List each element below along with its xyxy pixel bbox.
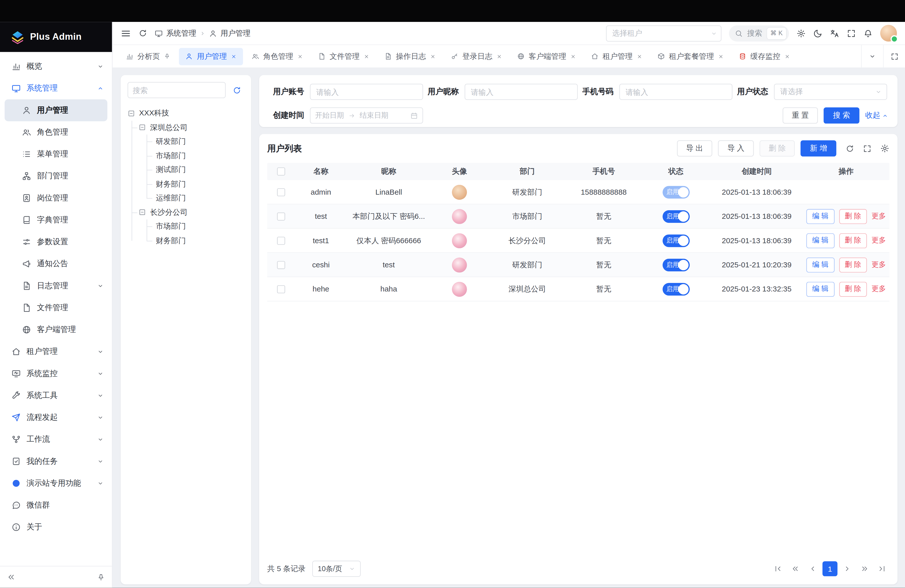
sidebar-item-role-mgmt[interactable]: 角色管理 [0,121,112,143]
tree-node-company[interactable]: 深圳总公司 [138,121,244,135]
status-toggle[interactable]: 启用 [662,210,689,223]
tree-refresh-button[interactable] [229,83,244,98]
sidebar-item-overview[interactable]: 概览 [0,55,112,77]
tree-leaf-dept[interactable]: 财务部门 [154,177,244,191]
table-fullscreen-icon[interactable] [863,144,871,153]
account-input[interactable] [310,84,423,100]
fullscreen-icon[interactable] [847,29,856,38]
tree-leaf-dept[interactable]: 财务部门 [154,234,244,248]
collapse-sidebar-icon[interactable] [7,573,16,582]
tab-file-mgmt[interactable]: 文件管理 [312,48,376,65]
status-toggle[interactable]: 启用 [662,186,689,199]
status-toggle[interactable]: 启用 [662,234,689,247]
sidebar-item-tenant-mgmt[interactable]: 租户管理 [0,341,112,363]
next-5-pages-button[interactable] [857,561,872,577]
more-button[interactable]: 更多 [872,211,886,221]
global-search[interactable]: 搜索 ⌘ K [729,25,789,41]
edit-button[interactable]: 编 辑 [806,281,834,297]
moon-icon[interactable] [813,29,822,38]
edit-button[interactable]: 编 辑 [806,233,834,248]
sidebar-item-monitoring[interactable]: 系统监控 [0,363,112,385]
close-icon[interactable] [496,53,502,59]
tree-node-company[interactable]: 长沙分公司 [138,205,244,219]
tenant-select-input[interactable] [606,25,721,41]
tree-node-root[interactable]: XXX科技 [127,106,244,120]
tab-user-mgmt[interactable]: 用户管理 [179,48,243,65]
tab-role-mgmt[interactable]: 角色管理 [245,48,310,65]
sidebar-item-client-mgmt[interactable]: 客户端管理 [0,319,112,340]
content-fullscreen-button[interactable] [883,45,905,68]
tree-leaf-dept[interactable]: 研发部门 [154,135,244,149]
sidebar-item-dept-mgmt[interactable]: 部门管理 [0,165,112,187]
sidebar-item-process-start[interactable]: 流程发起 [0,407,112,428]
sidebar-item-menu-mgmt[interactable]: 菜单管理 [0,143,112,165]
tab-client-mgmt[interactable]: 客户端管理 [511,48,583,65]
status-toggle[interactable]: 启用 [662,258,689,271]
tab-list-dropdown-button[interactable] [861,45,883,68]
phone-input[interactable] [619,84,732,100]
tree-search-input[interactable] [127,82,225,98]
close-icon[interactable] [297,53,303,59]
collapse-node-icon[interactable] [138,208,146,216]
tree-leaf-dept[interactable]: 测试部门 [154,163,244,177]
row-checkbox[interactable] [277,261,285,269]
language-icon[interactable] [830,29,839,38]
bell-icon[interactable] [864,29,873,38]
edit-button[interactable]: 编 辑 [806,257,834,272]
row-checkbox[interactable] [277,285,285,293]
date-range-picker[interactable]: 开始日期 结束日期 [310,107,423,124]
close-icon[interactable] [570,53,576,59]
edit-button[interactable]: 编 辑 [806,209,834,224]
close-icon[interactable] [637,53,642,59]
sidebar-item-log-mgmt[interactable]: 日志管理 [0,275,112,297]
export-button[interactable]: 导 出 [677,140,712,156]
close-icon[interactable] [364,53,369,59]
sidebar-item-demo-features[interactable]: 演示站专用功能 [0,472,112,494]
hamburger-menu-icon[interactable] [121,28,131,38]
more-button[interactable]: 更多 [872,284,886,294]
sidebar-item-post-mgmt[interactable]: 岗位管理 [0,187,112,209]
breadcrumb-user-mgmt[interactable]: 用户管理 [221,28,250,38]
page-size-select[interactable]: 10条/页 [313,561,361,577]
breadcrumb-system[interactable]: 系统管理 [166,28,196,38]
user-avatar[interactable] [880,25,897,42]
status-toggle[interactable]: 启用 [662,283,689,296]
row-checkbox[interactable] [277,188,285,196]
tree-leaf-dept[interactable]: 市场部门 [154,219,244,234]
prev-page-button[interactable] [805,561,820,577]
sidebar-item-wechat-group[interactable]: 微信群 [0,494,112,516]
tree-leaf-dept[interactable]: 运维部门 [154,191,244,205]
nickname-input[interactable] [465,84,578,100]
collapse-filters-button[interactable]: 收起 [865,110,888,121]
sidebar-item-file-mgmt[interactable]: 文件管理 [0,297,112,319]
tab-analysis[interactable]: 分析页 [119,48,176,65]
add-button[interactable]: 新 增 [801,140,836,156]
sidebar-item-workflow[interactable]: 工作流 [0,429,112,450]
current-page[interactable]: 1 [822,561,838,577]
row-checkbox[interactable] [277,237,285,245]
delete-row-button[interactable]: 删 除 [839,209,867,224]
sidebar-item-about[interactable]: 关于 [0,516,112,538]
column-settings-gear-icon[interactable] [880,144,889,153]
close-icon[interactable] [784,53,790,59]
tree-leaf-dept[interactable]: 市场部门 [154,149,244,163]
sidebar-item-notice[interactable]: 通知公告 [0,253,112,275]
more-button[interactable]: 更多 [872,236,886,245]
sidebar-item-param-settings[interactable]: 参数设置 [0,231,112,253]
delete-button[interactable]: 删 除 [759,140,795,156]
first-page-button[interactable] [770,561,786,577]
prev-5-pages-button[interactable] [788,561,803,577]
sidebar-item-user-mgmt[interactable]: 用户管理 [5,99,107,121]
search-button[interactable]: 搜 索 [824,107,859,124]
close-icon[interactable] [718,53,724,59]
last-page-button[interactable] [874,561,889,577]
tenant-select[interactable] [606,25,721,41]
reset-button[interactable]: 重 置 [783,107,818,124]
sidebar-item-dict-mgmt[interactable]: 字典管理 [0,209,112,231]
tab-login-log[interactable]: 登录日志 [445,48,508,65]
sidebar-item-tools[interactable]: 系统工具 [0,385,112,407]
tab-op-log[interactable]: 操作日志 [378,48,442,65]
sidebar-item-my-tasks[interactable]: 我的任务 [0,450,112,472]
pin-sidebar-icon[interactable] [97,573,105,581]
refresh-page-icon[interactable] [138,29,147,38]
